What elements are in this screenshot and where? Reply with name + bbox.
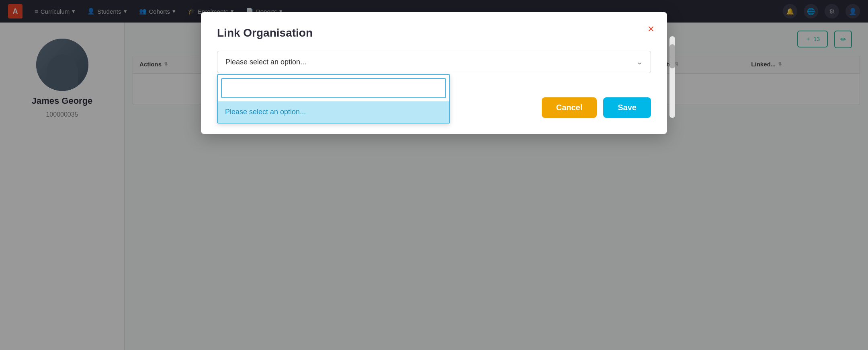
select-chevron-icon: ⌄: [637, 58, 643, 66]
modal-title: Link Organisation: [217, 27, 651, 39]
modal-scrollbar-thumb[interactable]: [669, 44, 675, 68]
dropdown-option-please-select[interactable]: Please select an option...: [218, 101, 449, 123]
modal-overlay: Link Organisation × Please select an opt…: [0, 0, 868, 350]
select-placeholder-text: Please select an option...: [225, 58, 306, 66]
save-button[interactable]: Save: [603, 97, 651, 118]
modal-close-button[interactable]: ×: [648, 23, 654, 35]
dropdown-search-input[interactable]: [221, 78, 446, 98]
modal-scrollbar-track: [669, 36, 675, 118]
dropdown-search-container: [218, 75, 449, 101]
link-organisation-modal: Link Organisation × Please select an opt…: [201, 12, 667, 134]
organisation-dropdown: Please select an option...: [217, 74, 450, 124]
cancel-button[interactable]: Cancel: [542, 97, 597, 118]
organisation-select[interactable]: Please select an option... ⌄: [217, 51, 651, 73]
organisation-select-wrapper: Please select an option... ⌄ Please sele…: [217, 51, 651, 73]
